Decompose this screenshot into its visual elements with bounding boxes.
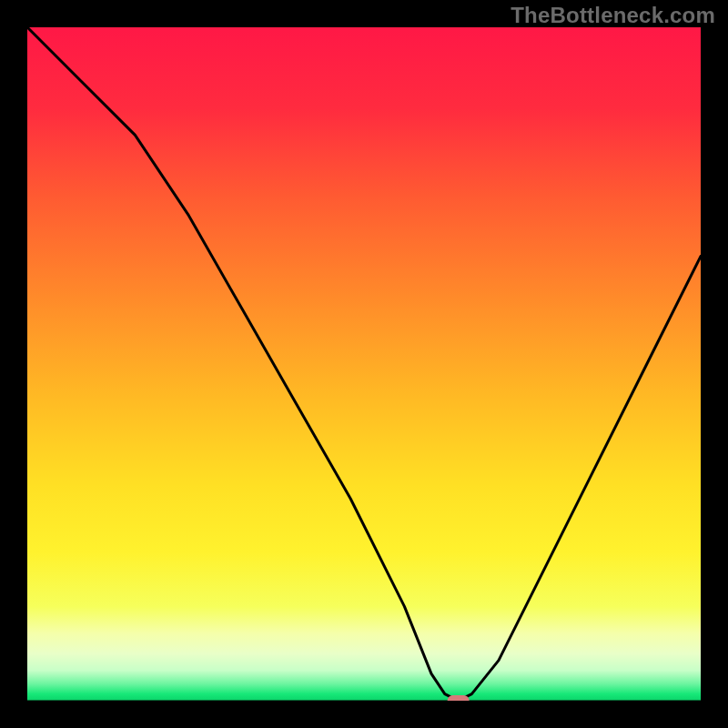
bottleneck-chart	[27, 27, 701, 701]
watermark-attribution: TheBottleneck.com	[511, 3, 715, 28]
optimum-marker	[448, 695, 470, 701]
